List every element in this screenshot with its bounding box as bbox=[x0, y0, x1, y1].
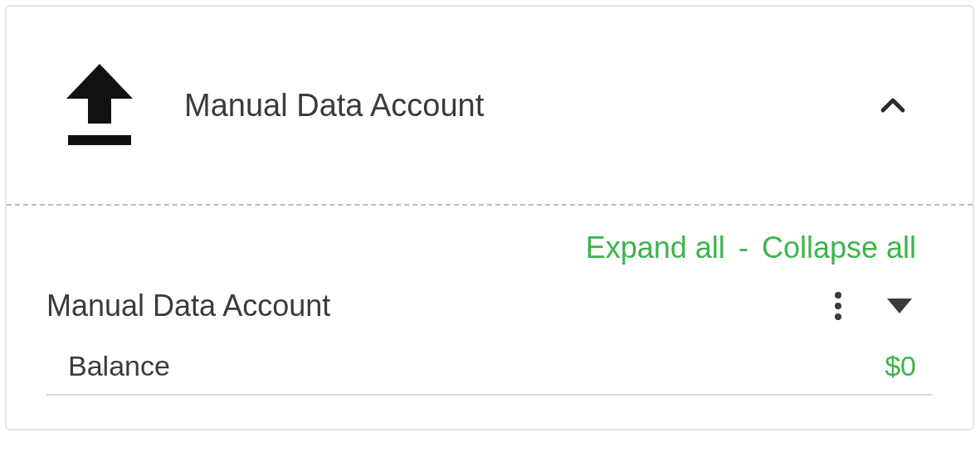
account-expand-button[interactable] bbox=[883, 289, 916, 323]
expand-collapse-separator: - bbox=[739, 231, 748, 265]
expand-all-link[interactable]: Expand all bbox=[586, 231, 725, 265]
more-vertical-icon bbox=[834, 291, 842, 321]
balance-value: $0 bbox=[885, 350, 916, 382]
balance-row: Balance $0 bbox=[46, 335, 933, 396]
account-row: Manual Data Account bbox=[46, 285, 933, 332]
expand-collapse-controls: Expand all - Collapse all bbox=[46, 231, 916, 265]
svg-rect-1 bbox=[68, 135, 131, 145]
collapse-toggle[interactable] bbox=[873, 85, 913, 125]
chevron-up-icon bbox=[878, 90, 908, 120]
account-card: Manual Data Account Expand all - Collaps… bbox=[5, 5, 974, 430]
balance-label: Balance bbox=[68, 350, 170, 382]
svg-point-4 bbox=[835, 313, 841, 320]
account-row-actions bbox=[822, 289, 916, 323]
upload-icon bbox=[60, 64, 151, 147]
card-title: Manual Data Account bbox=[184, 88, 873, 124]
account-name: Manual Data Account bbox=[46, 289, 330, 323]
card-body: Expand all - Collapse all Manual Data Ac… bbox=[7, 206, 973, 429]
account-more-button[interactable] bbox=[822, 289, 855, 323]
caret-down-icon bbox=[887, 299, 912, 313]
svg-point-2 bbox=[835, 292, 841, 299]
svg-marker-5 bbox=[887, 299, 912, 313]
card-header[interactable]: Manual Data Account bbox=[7, 7, 973, 204]
svg-marker-0 bbox=[66, 64, 133, 124]
svg-point-3 bbox=[835, 303, 841, 309]
collapse-all-link[interactable]: Collapse all bbox=[762, 231, 916, 265]
